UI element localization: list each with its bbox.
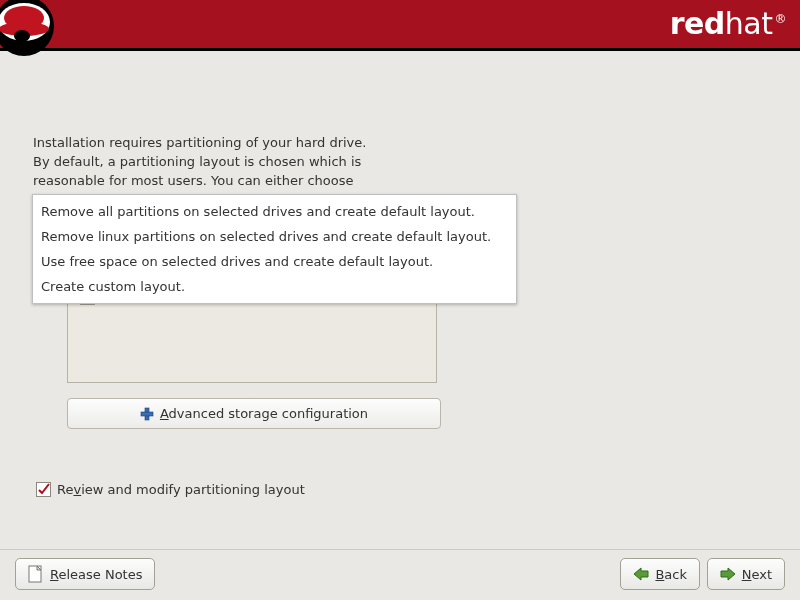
option-free-space[interactable]: Use free space on selected drives and cr… bbox=[35, 249, 514, 274]
advanced-storage-button[interactable]: Advanced storage configuration bbox=[67, 398, 441, 429]
intro-line: Installation requires partitioning of yo… bbox=[33, 134, 780, 153]
brand-registered: ® bbox=[775, 12, 787, 26]
document-icon bbox=[28, 565, 44, 583]
next-button[interactable]: Next bbox=[707, 558, 785, 590]
back-button[interactable]: Back bbox=[620, 558, 700, 590]
option-custom[interactable]: Create custom layout. bbox=[35, 274, 514, 299]
next-label: Next bbox=[742, 567, 772, 582]
release-notes-label: Release Notes bbox=[50, 567, 142, 582]
intro-line: By default, a partitioning layout is cho… bbox=[33, 153, 780, 172]
brand-bold: red bbox=[670, 6, 725, 41]
back-label: Back bbox=[655, 567, 687, 582]
svg-marker-9 bbox=[634, 568, 648, 580]
svg-rect-6 bbox=[141, 412, 153, 416]
redhat-fedora-logo bbox=[0, 0, 62, 64]
check-icon bbox=[37, 483, 50, 496]
intro-line: reasonable for most users. You can eithe… bbox=[33, 172, 780, 191]
advanced-storage-label: Advanced storage configuration bbox=[160, 406, 368, 421]
option-remove-linux[interactable]: Remove linux partitions on selected driv… bbox=[35, 224, 514, 249]
review-checkbox-row[interactable]: Review and modify partitioning layout bbox=[36, 482, 305, 497]
plus-icon bbox=[140, 407, 154, 421]
arrow-left-icon bbox=[633, 567, 649, 581]
svg-marker-10 bbox=[721, 568, 735, 580]
partition-scheme-dropdown[interactable]: Remove all partitions on selected drives… bbox=[32, 194, 517, 304]
footer: Release Notes Back Next bbox=[0, 549, 800, 600]
brand-text: redhat® bbox=[670, 6, 786, 41]
header-bar: redhat® bbox=[0, 0, 800, 51]
arrow-right-icon bbox=[720, 567, 736, 581]
review-checkbox[interactable] bbox=[36, 482, 51, 497]
option-remove-all[interactable]: Remove all partitions on selected drives… bbox=[35, 199, 514, 224]
release-notes-button[interactable]: Release Notes bbox=[15, 558, 155, 590]
svg-point-4 bbox=[14, 30, 30, 42]
brand-light: hat bbox=[725, 6, 773, 41]
review-label: Review and modify partitioning layout bbox=[57, 482, 305, 497]
